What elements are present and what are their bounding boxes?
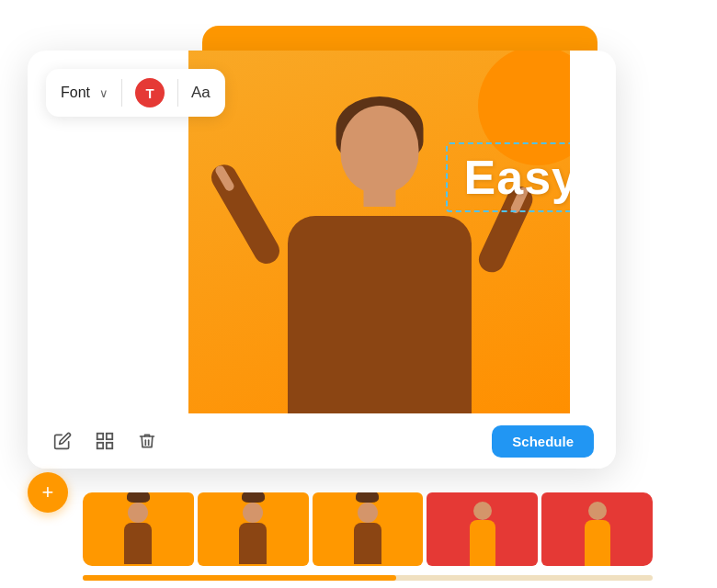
film-frame-4[interactable]: [427, 492, 538, 566]
chevron-down-icon[interactable]: ∨: [99, 86, 108, 100]
trash-icon[interactable]: [134, 428, 160, 454]
toolbar-divider: [121, 79, 122, 107]
mini-figure-5: [585, 502, 610, 566]
progress-bar-container: [83, 575, 653, 581]
mini-head-4: [473, 502, 492, 520]
mini-body-1: [124, 523, 152, 564]
filmstrip: [83, 492, 653, 566]
neck: [363, 187, 395, 207]
easy-text: Easy: [464, 151, 570, 204]
aa-label[interactable]: Aa: [191, 84, 211, 102]
grid-icon[interactable]: [92, 428, 118, 454]
add-button[interactable]: +: [28, 472, 68, 513]
mini-head-1: [128, 503, 148, 523]
mini-body-2: [239, 523, 267, 564]
mini-figure-3: [354, 492, 381, 564]
schedule-button[interactable]: Schedule: [492, 425, 594, 458]
mini-hair-3: [356, 492, 379, 503]
main-container: Font ∨ T Aa: [0, 0, 717, 588]
pencil-icon[interactable]: [50, 428, 75, 454]
toolbar-divider-2: [177, 79, 178, 107]
progress-bar-fill: [83, 575, 396, 581]
finger-left: [213, 164, 235, 193]
mini-figure-2: [239, 492, 267, 564]
woman-figure: [251, 60, 508, 418]
mini-body-4: [470, 520, 495, 566]
head: [340, 106, 418, 193]
svg-rect-3: [107, 443, 112, 448]
editor-bottom-toolbar: Schedule: [28, 413, 616, 469]
film-frame-3[interactable]: [313, 492, 424, 566]
mini-head-5: [588, 502, 607, 520]
font-toolbar: Font ∨ T Aa: [46, 69, 225, 117]
mini-figure-4: [470, 502, 495, 566]
easy-text-box[interactable]: Easy: [446, 142, 570, 212]
mini-head-2: [243, 503, 263, 523]
mini-body-5: [585, 520, 610, 566]
t-badge[interactable]: T: [135, 78, 165, 107]
svg-rect-0: [97, 434, 103, 439]
sweater: [288, 216, 472, 418]
film-frame-5[interactable]: [541, 492, 653, 566]
font-label: Font: [61, 85, 90, 101]
add-icon: +: [42, 482, 54, 503]
mini-hair-2: [242, 492, 265, 503]
mini-hair-1: [127, 492, 150, 503]
mini-body-3: [354, 523, 381, 564]
photo-area: Easy: [188, 51, 570, 418]
mini-figure-1: [124, 492, 152, 564]
editor-card: Font ∨ T Aa: [28, 51, 616, 469]
svg-rect-1: [107, 434, 112, 439]
film-frame-1[interactable]: [83, 492, 194, 566]
mini-head-3: [358, 503, 378, 523]
svg-rect-2: [97, 443, 103, 448]
film-frame-2[interactable]: [198, 492, 309, 566]
